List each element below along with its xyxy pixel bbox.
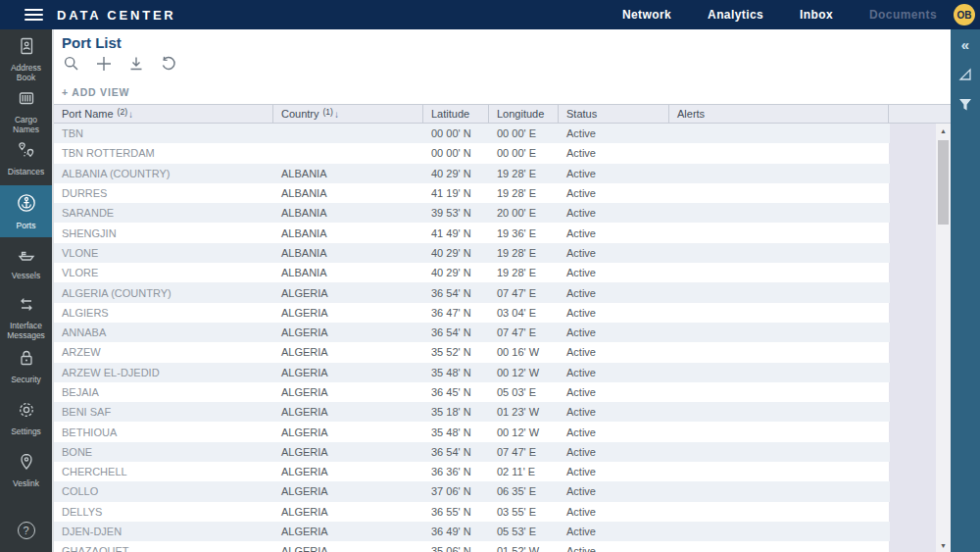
- sort-desc-icon: ↓: [334, 109, 339, 120]
- table-row[interactable]: BENI SAFALGERIA35 18' N01 23' WActive: [54, 402, 890, 422]
- cell-status: Active: [559, 203, 669, 223]
- sidebar-item-cargo-names[interactable]: Cargo Names: [0, 81, 52, 133]
- cell-lat: 36 36' N: [423, 462, 489, 481]
- cell-alerts: [669, 243, 890, 263]
- measure-tool-icon[interactable]: [956, 66, 974, 83]
- add-icon[interactable]: [94, 54, 113, 73]
- scroll-down-icon[interactable]: ▼: [936, 538, 951, 552]
- cell-lon: 07 47' E: [489, 442, 559, 462]
- add-view-button[interactable]: + ADD VIEW: [62, 86, 129, 98]
- menu-icon[interactable]: [24, 9, 43, 22]
- cell-alerts: [669, 422, 890, 441]
- cell-lon: 03 04' E: [489, 303, 559, 323]
- table-row[interactable]: SHENGJINALBANIA41 49' N19 36' EActive: [54, 223, 890, 242]
- column-header-latitude[interactable]: Latitude: [423, 105, 489, 123]
- sidebar-item-address-book[interactable]: Address Book: [0, 29, 52, 81]
- cell-lon: 01 23' W: [489, 402, 559, 422]
- cell-alerts: [669, 541, 890, 552]
- nav-inbox[interactable]: Inbox: [800, 8, 833, 22]
- table-row[interactable]: ARZEW EL-DJEDIDALGERIA35 48' N00 12' WAc…: [54, 363, 890, 382]
- help-button[interactable]: ?: [0, 509, 52, 552]
- table-row[interactable]: DELLYSALGERIA36 55' N03 55' EActive: [54, 502, 890, 522]
- table-row[interactable]: VLONEALBANIA40 29' N19 28' EActive: [54, 243, 890, 263]
- table-row[interactable]: SARANDEALBANIA39 53' N20 00' EActive: [54, 203, 890, 223]
- cell-port: DELLYS: [54, 502, 273, 522]
- cell-lat: 36 45' N: [423, 382, 489, 402]
- table-row[interactable]: ANNABAALGERIA36 54' N07 47' EActive: [54, 323, 890, 342]
- column-header-filler: [889, 105, 951, 123]
- table-row[interactable]: BETHIOUAALGERIA35 48' N00 12' WActive: [54, 422, 890, 441]
- cell-lat: 40 29' N: [423, 243, 489, 263]
- column-header-longitude[interactable]: Longitude: [489, 105, 559, 123]
- cell-alerts: [669, 263, 890, 282]
- scrollbar-thumb[interactable]: [938, 140, 949, 225]
- table-row[interactable]: ALGERIA (COUNTRY)ALGERIA36 54' N07 47' E…: [54, 282, 890, 302]
- collapse-panel-icon[interactable]: «: [956, 35, 974, 53]
- nav-network[interactable]: Network: [622, 8, 671, 22]
- column-header-country[interactable]: Country (1) ↓: [273, 105, 423, 123]
- table-row[interactable]: ALGIERSALGERIA36 47' N03 04' EActive: [54, 303, 890, 323]
- veslink-icon: [17, 452, 36, 476]
- cell-status: Active: [559, 183, 669, 203]
- cell-lon: 00 12' W: [489, 363, 559, 382]
- table-row[interactable]: TBN ROTTERDAM00 00' N00 00' EActive: [54, 143, 890, 163]
- table-row[interactable]: CHERCHELLALGERIA36 36' N02 11' EActive: [54, 462, 890, 481]
- vertical-scrollbar[interactable]: ▲ ▼: [936, 124, 951, 552]
- nav-documents[interactable]: Documents: [869, 8, 937, 22]
- cell-status: Active: [559, 363, 669, 382]
- table-row[interactable]: ALBANIA (COUNTRY)ALBANIA40 29' N19 28' E…: [54, 164, 890, 183]
- scroll-up-icon[interactable]: ▲: [936, 124, 951, 137]
- download-icon[interactable]: [126, 54, 145, 73]
- table-row[interactable]: DJEN-DJENALGERIA36 49' N05 53' EActive: [54, 522, 890, 541]
- table-row[interactable]: GHAZAOUETALGERIA35 06' N01 52' WActive: [54, 541, 890, 552]
- search-icon[interactable]: [62, 54, 80, 73]
- cell-port: ALBANIA (COUNTRY): [54, 164, 273, 183]
- cell-country: ALGERIA: [273, 502, 423, 522]
- column-header-alerts[interactable]: Alerts: [669, 105, 889, 123]
- cell-country: ALBANIA: [273, 183, 423, 203]
- sort-order-badge: (2): [118, 107, 127, 117]
- cell-lat: 35 52' N: [423, 342, 489, 362]
- user-avatar[interactable]: OB: [954, 4, 975, 25]
- sidebar-item-ports[interactable]: Ports: [0, 185, 52, 237]
- sidebar-item-veslink[interactable]: Veslink: [0, 445, 52, 497]
- cell-lat: 35 48' N: [423, 363, 489, 382]
- main-content: Port List + ADD VIEW Port Name: [54, 29, 951, 552]
- table-row[interactable]: COLLOALGERIA37 06' N06 35' EActive: [54, 481, 890, 501]
- sidebar-item-interface-messages[interactable]: Interface Messages: [0, 289, 52, 341]
- cell-lat: 40 29' N: [423, 164, 489, 183]
- table-row[interactable]: BEJAIAALGERIA36 45' N05 03' EActive: [54, 382, 890, 402]
- cell-lat: 36 54' N: [423, 282, 489, 302]
- help-icon: ?: [18, 522, 35, 539]
- cell-status: Active: [559, 422, 669, 441]
- sidebar-spacer: [0, 497, 52, 509]
- cell-alerts: [669, 522, 890, 541]
- cell-port: TBN: [54, 124, 273, 143]
- security-icon: [17, 348, 36, 372]
- reset-icon[interactable]: [159, 54, 177, 73]
- sidebar-item-label: Interface Messages: [1, 321, 52, 340]
- cell-alerts: [669, 442, 890, 462]
- cell-status: Active: [559, 282, 669, 302]
- cell-country: ALGERIA: [273, 442, 423, 462]
- interface-messages-icon: [16, 296, 37, 318]
- table-row[interactable]: VLOREALBANIA40 29' N19 28' EActive: [54, 263, 890, 282]
- column-header-port-name[interactable]: Port Name (2) ↓: [54, 105, 273, 123]
- ports-icon: [16, 192, 37, 218]
- table-row[interactable]: ARZEWALGERIA35 52' N00 16' WActive: [54, 342, 890, 362]
- cell-lon: 00 12' W: [489, 422, 559, 441]
- table-row[interactable]: DURRESALBANIA41 19' N19 28' EActive: [54, 183, 890, 203]
- table-row[interactable]: TBN00 00' N00 00' EActive: [54, 124, 890, 143]
- nav-analytics[interactable]: Analytics: [708, 8, 763, 22]
- filter-icon[interactable]: [956, 96, 974, 114]
- sidebar-item-vessels[interactable]: Vessels: [0, 237, 52, 289]
- sidebar-item-security[interactable]: Security: [0, 341, 52, 393]
- sidebar-item-distances[interactable]: Distances: [0, 133, 52, 185]
- cell-status: Active: [559, 382, 669, 402]
- table-row[interactable]: BONEALGERIA36 54' N07 47' EActive: [54, 442, 890, 462]
- column-header-status[interactable]: Status: [559, 105, 669, 123]
- cell-lat: 36 47' N: [423, 303, 489, 323]
- cell-port: SARANDE: [54, 203, 273, 223]
- sidebar-item-settings[interactable]: Settings: [0, 393, 52, 445]
- cell-status: Active: [559, 481, 669, 501]
